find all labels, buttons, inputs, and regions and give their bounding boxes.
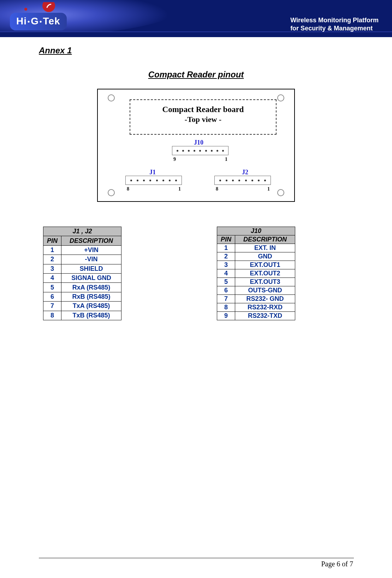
mounting-hole-icon (277, 94, 284, 101)
pin-dot-icon (143, 180, 145, 181)
cell-description: -VIN (61, 255, 121, 264)
pin-dot-icon (177, 150, 178, 152)
col-header-pin: PIN (43, 236, 61, 245)
cell-pin: 6 (43, 292, 61, 301)
pin-dot-icon (232, 180, 234, 181)
table-row: 6OUTS-GND (217, 286, 295, 295)
connector-j2 (214, 176, 271, 185)
pin-dot-icon (188, 150, 190, 152)
pin-dot-icon (175, 180, 177, 181)
cell-description: EXT.OUT3 (235, 278, 295, 286)
connector-label-j1: J1 (149, 169, 156, 176)
board-diagram: Compact Reader board -Top view - J10 9 1… (97, 89, 295, 202)
table-row: 5RxA (RS485) (43, 283, 121, 292)
pin-dot-icon (251, 180, 253, 181)
board-label-box: Compact Reader board -Top view - (130, 99, 277, 135)
cell-pin: 4 (43, 273, 61, 282)
pin-dot-icon (238, 180, 240, 181)
annex-title: Annex 1 (39, 46, 353, 56)
pin-dot-icon (264, 180, 266, 181)
cell-pin: 2 (217, 252, 235, 261)
cell-description: EXT. IN (235, 244, 295, 252)
header-tagline: Wireless Monitoring Platform for Securit… (290, 16, 379, 33)
cell-pin: 5 (43, 283, 61, 292)
footer-rule (39, 558, 354, 558)
cell-pin: 3 (217, 261, 235, 269)
pin-dot-icon (169, 180, 171, 181)
col-header-description: DESCRIPTION (235, 235, 295, 244)
pin-dot-icon (245, 180, 247, 181)
mounting-hole-icon (277, 189, 284, 196)
pin-dot-icon (258, 180, 260, 181)
pin-dot-icon (205, 150, 207, 152)
pin-dot-icon (194, 150, 195, 152)
cell-pin: 8 (217, 303, 235, 312)
cell-pin: 9 (217, 312, 235, 320)
table-title: J10 (217, 227, 295, 235)
table-row: 7TxA (RS485) (43, 302, 121, 311)
table-row: 8TxB (RS485) (43, 311, 121, 320)
pin-number: 8 (127, 186, 129, 192)
table-row: 6RxB (RS485) (43, 292, 121, 301)
col-header-description: DESCRIPTION (61, 236, 121, 245)
table-row: 4EXT.OUT2 (217, 269, 295, 278)
cell-description: RxB (RS485) (61, 292, 121, 301)
cell-pin: 7 (217, 295, 235, 303)
pin-dot-icon (149, 180, 151, 181)
page-content: Annex 1 Compact Reader pinout Compact Re… (0, 37, 392, 320)
board-label-line1: Compact Reader board (130, 105, 276, 114)
cell-description: SIGNAL GND (61, 273, 121, 282)
pin-dot-icon (182, 150, 184, 152)
pin-dot-icon (226, 180, 227, 181)
cell-description: GND (235, 252, 295, 261)
pin-number: 1 (267, 186, 270, 192)
cell-description: RxA (RS485) (61, 283, 121, 292)
cell-description: TxA (RS485) (61, 302, 121, 311)
connector-label-j10: J10 (194, 139, 203, 146)
cell-description: OUTS-GND (235, 286, 295, 295)
table-row: 9RS232-TXD (217, 312, 295, 320)
cell-pin: 5 (217, 278, 235, 286)
table-row: 2-VIN (43, 255, 121, 264)
table-row: 5EXT.OUT3 (217, 278, 295, 286)
table-row: 2GND (217, 252, 295, 261)
cell-description: RS232- GND (235, 295, 295, 303)
mounting-hole-icon (108, 94, 115, 101)
pin-dot-icon (216, 150, 218, 152)
page-header: Hi•G•Tek Wireless Monitoring Platform fo… (0, 0, 392, 37)
pin-dot-icon (211, 150, 213, 152)
cell-pin: 1 (43, 245, 61, 255)
cell-description: RS232-RXD (235, 303, 295, 312)
col-header-pin: PIN (217, 235, 235, 244)
pin-dot-icon (156, 180, 158, 181)
table-j10: J10 PIN DESCRIPTION 1EXT. IN2GND3EXT.OUT… (217, 227, 295, 320)
page-footer: Page 6 of 7 (321, 560, 353, 568)
tagline-line1: Wireless Monitoring Platform (290, 16, 379, 24)
board-label-line2: -Top view - (130, 115, 276, 124)
section-title: Compact Reader pinout (39, 70, 353, 80)
table-j1-j2: J1 , J2 PIN DESCRIPTION 1+VIN2-VIN3SHIEL… (43, 227, 121, 320)
tagline-line2: for Security & Management (290, 24, 379, 33)
cell-description: SHIELD (61, 264, 121, 273)
cell-pin: 6 (217, 286, 235, 295)
pin-dot-icon (199, 150, 201, 152)
cell-pin: 1 (217, 244, 235, 252)
cell-description: EXT.OUT2 (235, 269, 295, 278)
cell-pin: 8 (43, 311, 61, 320)
cell-pin: 2 (43, 255, 61, 264)
pin-number: 9 (173, 157, 176, 162)
table-row: 3SHIELD (43, 264, 121, 273)
connector-j10 (172, 146, 228, 155)
cell-pin: 3 (43, 264, 61, 273)
table-row: 8RS232-RXD (217, 303, 295, 312)
pin-dot-icon (137, 180, 138, 181)
cell-pin: 7 (43, 302, 61, 311)
connector-j1 (125, 176, 182, 185)
pinout-tables: J1 , J2 PIN DESCRIPTION 1+VIN2-VIN3SHIEL… (39, 227, 353, 320)
pin-number: 1 (225, 157, 227, 162)
table-row: 1EXT. IN (217, 244, 295, 252)
pin-dot-icon (162, 180, 164, 181)
brand-text: Hi•G•Tek (10, 13, 67, 30)
pin-dot-icon (130, 180, 132, 181)
cell-description: TxB (RS485) (61, 311, 121, 320)
